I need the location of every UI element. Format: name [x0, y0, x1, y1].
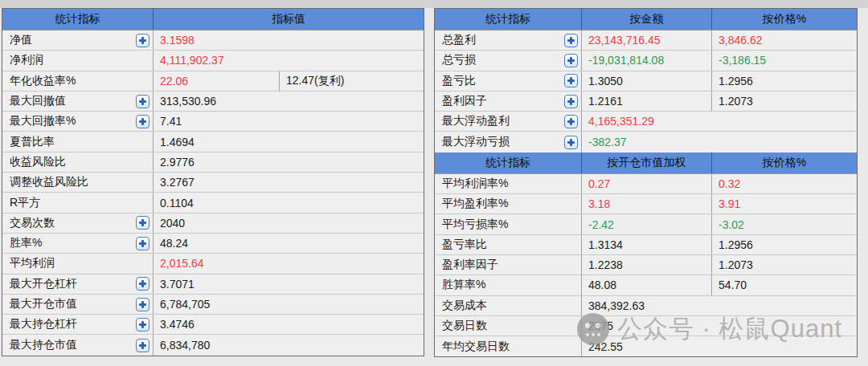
stat-value-cell: 48.08: [582, 275, 712, 295]
stat-value-cell: 3.2767: [154, 173, 424, 192]
stat-label-cell: 交易次数: [2, 214, 154, 233]
expand-plus-icon[interactable]: [564, 34, 578, 47]
right-table-header-row-1: 统计指标 按金额 按价格%: [435, 9, 857, 31]
stat-label: 最大回撤值: [10, 94, 66, 108]
stat-label: 交易日数: [442, 319, 487, 333]
table-row: R平方0.1104: [2, 193, 424, 213]
stat-label-cell: 总亏损: [435, 51, 582, 70]
stat-value-cell: 12.47(复利): [280, 71, 424, 91]
stat-value-cell: 3,846.62: [712, 31, 857, 50]
stat-label: 盈亏比: [442, 74, 476, 88]
stat-value-cell: 1.3050: [582, 71, 712, 91]
stat-label-cell: 交易成本: [435, 296, 582, 315]
table-row: 最大回撤值313,530.96: [2, 92, 424, 112]
stat-label-cell: 平均利润: [2, 254, 154, 273]
table-row: 交易次数2040: [2, 214, 424, 234]
stat-label-cell: 总盈利: [435, 31, 582, 50]
stat-label: 最大持仓市值: [10, 338, 77, 352]
stat-label-cell: 最大持仓杠杆: [2, 315, 154, 334]
table-row: 胜算率%48.0854.70: [435, 275, 857, 295]
stat-value-cell: 54.70: [712, 275, 857, 295]
stat-value-cell: 3.18: [582, 194, 712, 214]
stat-value-cell: -2.42: [582, 214, 712, 234]
stat-value-cell: 1.2956: [712, 235, 857, 254]
table-row: 盈亏率比1.31341.2956: [435, 235, 857, 255]
stat-value-cell: 23,143,716.45: [582, 31, 712, 50]
expand-plus-icon[interactable]: [136, 216, 149, 230]
stat-value-cell: 7.41: [154, 112, 424, 131]
expand-plus-icon[interactable]: [564, 115, 578, 128]
stat-value-cell: 1.2073: [712, 92, 857, 111]
stat-value-cell: 0.1104: [154, 193, 424, 212]
stat-label-cell: 调整收益风险比: [2, 173, 154, 192]
column-header-by-price-pct: 按价格%: [712, 9, 857, 30]
expand-plus-icon[interactable]: [136, 318, 149, 331]
stat-value-cell: 1.3134: [582, 235, 712, 254]
expand-plus-icon[interactable]: [564, 95, 578, 108]
stat-label-cell: 年均交易日数: [435, 336, 582, 356]
expand-plus-icon[interactable]: [136, 34, 149, 47]
stat-label: 最大持仓杠杆: [10, 317, 77, 331]
stat-label-cell: 最大浮动亏损: [435, 132, 582, 152]
stat-label: 平均亏损率%: [442, 218, 508, 232]
table-row: 年均交易日数242.55: [435, 336, 857, 356]
table-row: 平均利润2,015.64: [2, 254, 424, 274]
stat-value-cell: 3.7071: [154, 274, 424, 294]
column-header-stat-indicator: 统计指标: [435, 9, 582, 30]
stat-value-cell: 2.9776: [154, 152, 424, 172]
table-row: 总盈利23,143,716.453,846.62: [435, 31, 857, 51]
stat-value-cell: 2040: [154, 214, 424, 233]
expand-plus-icon[interactable]: [564, 136, 578, 149]
stat-value-cell: 4,111,902.37: [154, 51, 424, 70]
expand-plus-icon[interactable]: [136, 95, 149, 108]
stat-value-cell: 1.2161: [582, 92, 712, 111]
table-row: 净值3.1598: [2, 31, 424, 51]
stat-label: 交易次数: [10, 216, 55, 230]
stat-label: R平方: [10, 196, 40, 210]
expand-plus-icon[interactable]: [136, 298, 149, 311]
stat-label: 胜算率%: [442, 278, 485, 292]
stat-label-cell: 最大回撤率%: [2, 112, 154, 131]
stat-label-cell: 平均利润率%: [435, 174, 582, 193]
expand-plus-icon[interactable]: [136, 339, 149, 352]
stat-label: 盈利率因子: [442, 258, 498, 272]
table-row: 夏普比率1.4694: [2, 132, 424, 152]
stat-label: 最大开仓杠杆: [10, 277, 77, 291]
stat-value-cell: 1.2238: [582, 255, 712, 274]
stat-value-cell: 242.55: [582, 336, 857, 356]
stat-label: 交易成本: [442, 299, 487, 313]
stat-label: 最大浮动盈利: [442, 114, 510, 128]
expand-plus-icon[interactable]: [136, 237, 149, 250]
stat-label-cell: 最大开仓市值: [2, 295, 154, 314]
table-row: 盈亏比1.30501.2956: [435, 71, 857, 92]
expand-plus-icon[interactable]: [564, 74, 578, 87]
expand-plus-icon[interactable]: [136, 277, 149, 291]
table-row: 盈利因子1.21611.2073: [435, 92, 857, 112]
stat-label: 平均利润率%: [442, 177, 508, 191]
table-row: 总亏损-19,031,814.08-3,186.15: [435, 51, 857, 71]
stat-value-cell: 384,392.63: [582, 296, 857, 315]
stat-value-cell: 0.27: [582, 174, 712, 193]
table-row: 胜率%48.24: [2, 234, 424, 254]
stat-value-cell: 1.2956: [712, 71, 857, 91]
stat-label: 收益风险比: [10, 155, 66, 169]
profit-loss-table: 统计指标 按金额 按价格% 总盈利23,143,716.453,846.62总亏…: [434, 8, 858, 357]
table-row: 收益风险比2.9776: [2, 152, 424, 173]
column-header-indicator-value: 指标值: [154, 9, 424, 30]
stat-label: 平均利润: [10, 256, 55, 270]
window-top-strip: [0, 0, 868, 8]
stat-label-cell: 平均亏损率%: [435, 214, 582, 234]
expand-plus-icon[interactable]: [564, 54, 578, 67]
stat-value-cell: -19,031,814.08: [582, 51, 712, 70]
table-row: 最大浮动亏损-382.37: [435, 132, 857, 152]
stat-label: 总盈利: [442, 33, 476, 47]
stat-value-cell: 3.1598: [154, 31, 424, 50]
stat-label: 净值: [10, 33, 32, 47]
stat-label: 最大开仓市值: [10, 297, 77, 311]
left-table-header-row: 统计指标 指标值: [2, 9, 424, 31]
stat-value-cell: 6,784,705: [154, 295, 424, 314]
indicator-value-table: 统计指标 指标值 净值3.1598净利润4,111,902.37年化收益率%22…: [2, 8, 424, 356]
stat-label: 盈亏率比: [442, 238, 487, 252]
expand-plus-icon[interactable]: [136, 115, 149, 128]
stat-label: 最大浮动亏损: [442, 135, 510, 149]
